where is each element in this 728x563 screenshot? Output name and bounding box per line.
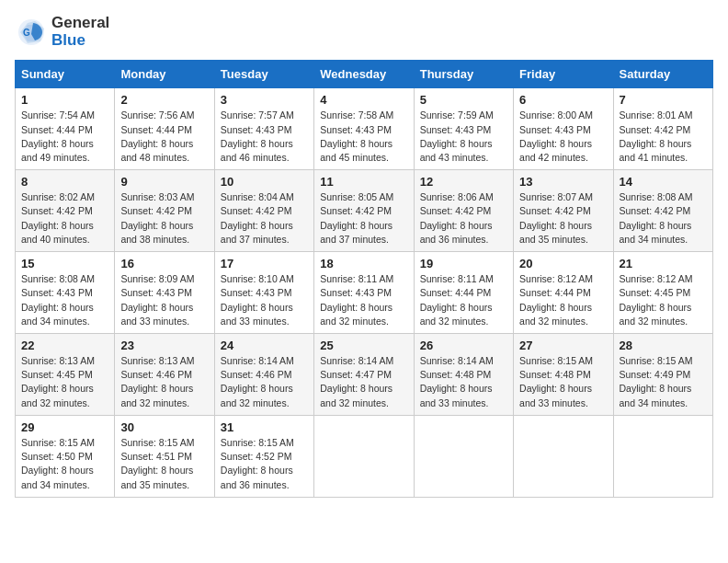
svg-text:G: G [23, 28, 30, 38]
day-number: 12 [420, 175, 507, 189]
weekday-wednesday: Wednesday [314, 61, 414, 88]
calendar-cell [414, 415, 513, 497]
day-info: Sunrise: 8:05 AMSunset: 4:42 PMDaylight:… [320, 190, 407, 247]
day-info: Sunrise: 8:02 AMSunset: 4:42 PMDaylight:… [21, 190, 108, 247]
calendar-cell: 21Sunrise: 8:12 AMSunset: 4:45 PMDayligh… [613, 252, 712, 334]
day-info: Sunrise: 8:12 AMSunset: 4:44 PMDaylight:… [519, 272, 607, 328]
calendar-cell [514, 415, 613, 497]
weekday-tuesday: Tuesday [214, 61, 313, 88]
calendar-cell: 17Sunrise: 8:10 AMSunset: 4:43 PMDayligh… [214, 252, 313, 334]
day-info: Sunrise: 7:59 AMSunset: 4:43 PMDaylight:… [420, 109, 507, 165]
calendar-week-row: 8Sunrise: 8:02 AMSunset: 4:42 PMDaylight… [16, 170, 713, 252]
day-number: 16 [120, 257, 208, 270]
day-info: Sunrise: 8:11 AMSunset: 4:44 PMDaylight:… [420, 272, 507, 328]
day-number: 11 [320, 175, 407, 189]
day-number: 30 [120, 420, 208, 434]
calendar-cell [613, 415, 712, 497]
calendar-cell: 10Sunrise: 8:04 AMSunset: 4:42 PMDayligh… [214, 170, 313, 252]
weekday-header-row: SundayMondayTuesdayWednesdayThursdayFrid… [16, 61, 713, 88]
weekday-monday: Monday [115, 61, 214, 88]
day-number: 4 [320, 93, 407, 107]
day-number: 17 [221, 257, 308, 270]
calendar-cell: 24Sunrise: 8:14 AMSunset: 4:46 PMDayligh… [214, 334, 313, 416]
calendar-week-row: 1Sunrise: 7:54 AMSunset: 4:44 PMDaylight… [16, 88, 713, 170]
calendar-cell: 6Sunrise: 8:00 AMSunset: 4:43 PMDaylight… [514, 88, 613, 170]
day-number: 15 [21, 257, 108, 270]
calendar-cell: 26Sunrise: 8:14 AMSunset: 4:48 PMDayligh… [414, 334, 513, 416]
day-number: 20 [519, 257, 607, 270]
day-number: 29 [21, 420, 108, 434]
day-info: Sunrise: 8:01 AMSunset: 4:42 PMDaylight:… [620, 109, 707, 165]
day-number: 10 [221, 175, 308, 189]
day-info: Sunrise: 8:15 AMSunset: 4:52 PMDaylight:… [221, 436, 308, 492]
day-number: 26 [420, 339, 507, 352]
day-info: Sunrise: 7:54 AMSunset: 4:44 PMDaylight:… [21, 109, 108, 165]
day-info: Sunrise: 7:58 AMSunset: 4:43 PMDaylight:… [320, 109, 407, 165]
calendar-cell: 27Sunrise: 8:15 AMSunset: 4:48 PMDayligh… [514, 334, 613, 416]
calendar-cell: 31Sunrise: 8:15 AMSunset: 4:52 PMDayligh… [214, 415, 313, 497]
day-info: Sunrise: 8:13 AMSunset: 4:45 PMDaylight:… [21, 354, 108, 410]
day-number: 22 [21, 339, 108, 352]
calendar-week-row: 15Sunrise: 8:08 AMSunset: 4:43 PMDayligh… [16, 252, 713, 334]
calendar-cell: 3Sunrise: 7:57 AMSunset: 4:43 PMDaylight… [214, 88, 313, 170]
day-info: Sunrise: 8:14 AMSunset: 4:46 PMDaylight:… [221, 354, 308, 410]
calendar-cell: 13Sunrise: 8:07 AMSunset: 4:42 PMDayligh… [514, 170, 613, 252]
calendar-week-row: 29Sunrise: 8:15 AMSunset: 4:50 PMDayligh… [16, 415, 713, 497]
day-number: 25 [320, 339, 407, 352]
calendar-cell: 11Sunrise: 8:05 AMSunset: 4:42 PMDayligh… [314, 170, 414, 252]
day-number: 19 [420, 257, 507, 270]
calendar-table: SundayMondayTuesdayWednesdayThursdayFrid… [15, 60, 713, 497]
logo-text: General Blue [51, 15, 109, 49]
calendar-cell: 2Sunrise: 7:56 AMSunset: 4:44 PMDaylight… [115, 88, 214, 170]
day-info: Sunrise: 8:03 AMSunset: 4:42 PMDaylight:… [120, 190, 208, 247]
day-number: 7 [620, 93, 707, 107]
calendar-header: SundayMondayTuesdayWednesdayThursdayFrid… [16, 61, 713, 88]
day-number: 1 [21, 93, 108, 107]
calendar-cell: 30Sunrise: 8:15 AMSunset: 4:51 PMDayligh… [115, 415, 214, 497]
calendar-cell: 4Sunrise: 7:58 AMSunset: 4:43 PMDaylight… [314, 88, 414, 170]
day-number: 31 [221, 420, 308, 434]
day-info: Sunrise: 8:00 AMSunset: 4:43 PMDaylight:… [519, 109, 607, 165]
day-number: 13 [519, 175, 607, 189]
calendar-cell: 12Sunrise: 8:06 AMSunset: 4:42 PMDayligh… [414, 170, 513, 252]
day-info: Sunrise: 8:15 AMSunset: 4:49 PMDaylight:… [620, 354, 707, 410]
day-number: 27 [519, 339, 607, 352]
day-info: Sunrise: 7:56 AMSunset: 4:44 PMDaylight:… [120, 109, 208, 165]
calendar-body: 1Sunrise: 7:54 AMSunset: 4:44 PMDaylight… [16, 88, 713, 497]
day-number: 3 [221, 93, 308, 107]
calendar-cell: 7Sunrise: 8:01 AMSunset: 4:42 PMDaylight… [613, 88, 712, 170]
calendar-cell: 23Sunrise: 8:13 AMSunset: 4:46 PMDayligh… [115, 334, 214, 416]
day-number: 14 [620, 175, 707, 189]
calendar-cell: 25Sunrise: 8:14 AMSunset: 4:47 PMDayligh… [314, 334, 414, 416]
logo-container: G General Blue [15, 15, 109, 49]
day-info: Sunrise: 8:14 AMSunset: 4:47 PMDaylight:… [320, 354, 407, 410]
calendar-cell [314, 415, 414, 497]
calendar-cell: 18Sunrise: 8:11 AMSunset: 4:43 PMDayligh… [314, 252, 414, 334]
calendar-week-row: 22Sunrise: 8:13 AMSunset: 4:45 PMDayligh… [16, 334, 713, 416]
weekday-thursday: Thursday [414, 61, 513, 88]
day-info: Sunrise: 8:10 AMSunset: 4:43 PMDaylight:… [221, 272, 308, 328]
day-number: 9 [120, 175, 208, 189]
day-number: 21 [620, 257, 707, 270]
day-number: 2 [120, 93, 208, 107]
day-number: 24 [221, 339, 308, 352]
day-number: 8 [21, 175, 108, 189]
day-info: Sunrise: 8:12 AMSunset: 4:45 PMDaylight:… [620, 272, 707, 328]
weekday-saturday: Saturday [613, 61, 712, 88]
day-info: Sunrise: 8:11 AMSunset: 4:43 PMDaylight:… [320, 272, 407, 328]
logo: G General Blue [15, 15, 109, 49]
calendar-cell: 15Sunrise: 8:08 AMSunset: 4:43 PMDayligh… [16, 252, 115, 334]
day-info: Sunrise: 8:07 AMSunset: 4:42 PMDaylight:… [519, 190, 607, 247]
day-info: Sunrise: 7:57 AMSunset: 4:43 PMDaylight:… [221, 109, 308, 165]
calendar-cell: 5Sunrise: 7:59 AMSunset: 4:43 PMDaylight… [414, 88, 513, 170]
day-info: Sunrise: 8:06 AMSunset: 4:42 PMDaylight:… [420, 190, 507, 247]
weekday-friday: Friday [514, 61, 613, 88]
calendar-cell: 1Sunrise: 7:54 AMSunset: 4:44 PMDaylight… [16, 88, 115, 170]
day-info: Sunrise: 8:04 AMSunset: 4:42 PMDaylight:… [221, 190, 308, 247]
day-number: 5 [420, 93, 507, 107]
page-header: G General Blue [15, 15, 713, 49]
day-info: Sunrise: 8:13 AMSunset: 4:46 PMDaylight:… [120, 354, 208, 410]
day-info: Sunrise: 8:14 AMSunset: 4:48 PMDaylight:… [420, 354, 507, 410]
day-info: Sunrise: 8:15 AMSunset: 4:50 PMDaylight:… [21, 436, 108, 492]
logo-bird-icon: G [15, 16, 48, 49]
